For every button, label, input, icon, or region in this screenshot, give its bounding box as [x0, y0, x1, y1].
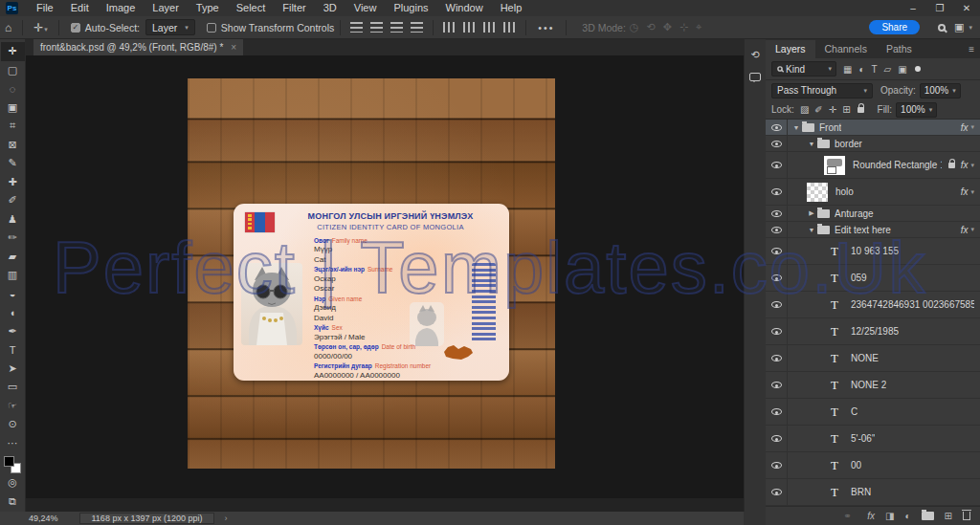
layer-visibility-toggle[interactable]: [766, 426, 788, 451]
pen-tool[interactable]: ✒: [1, 322, 25, 341]
align-bottom-icon[interactable]: [483, 22, 496, 33]
home-icon[interactable]: ⌂: [0, 21, 16, 34]
layer-visibility-toggle[interactable]: [766, 206, 788, 221]
layer-row[interactable]: TNONE 2: [766, 372, 980, 399]
new-group-icon[interactable]: [922, 512, 934, 520]
chevron-down-icon[interactable]: ▾: [970, 123, 974, 131]
layer-row[interactable]: T10 963 155: [766, 238, 980, 265]
group-chevron-icon[interactable]: ▶: [807, 209, 816, 217]
lock-position-icon[interactable]: ✛: [829, 104, 836, 115]
close-tab-icon[interactable]: ×: [231, 42, 236, 53]
shape-tool[interactable]: ▭: [1, 378, 25, 397]
fill-input[interactable]: 100% ▾: [896, 102, 937, 118]
chevron-down-icon[interactable]: ▾: [970, 188, 974, 196]
zoom-level[interactable]: 49,24%: [29, 514, 58, 523]
menu-plugins[interactable]: Plugins: [385, 0, 436, 16]
align-center-v-icon[interactable]: [463, 22, 476, 33]
fx-badge[interactable]: fx: [961, 122, 969, 133]
lock-pixels-icon[interactable]: ✐: [814, 104, 822, 115]
filter-shape-layers-icon[interactable]: ▱: [884, 64, 892, 75]
tab-channels[interactable]: Channels: [815, 40, 877, 58]
layer-row[interactable]: TBRN: [766, 479, 980, 506]
layer-row[interactable]: ▼Frontfx▾: [766, 120, 980, 136]
layer-row[interactable]: TC: [766, 399, 980, 426]
layer-row[interactable]: T00: [766, 452, 980, 479]
chevron-right-icon[interactable]: ›: [224, 514, 227, 523]
menu-window[interactable]: Window: [437, 0, 492, 16]
path-selection-tool[interactable]: ➤: [1, 360, 25, 379]
layer-row[interactable]: ▼Edit text herefx▾: [766, 222, 980, 238]
hand-tool[interactable]: ☞: [1, 397, 25, 416]
menu-3d[interactable]: 3D: [315, 0, 345, 16]
menu-layer[interactable]: Layer: [144, 0, 188, 16]
menu-select[interactable]: Select: [228, 0, 275, 16]
restore-icon[interactable]: ❐: [926, 0, 953, 16]
layer-row[interactable]: TNONE: [766, 345, 980, 372]
lock-all-icon[interactable]: [858, 107, 864, 113]
layer-row[interactable]: T2364742846931 002366758569: [766, 292, 980, 318]
layer-thumbnail[interactable]: [824, 156, 845, 175]
move-tool[interactable]: ✛: [1, 42, 25, 61]
layer-visibility-toggle[interactable]: [766, 179, 788, 205]
quick-mask-icon[interactable]: ◎: [1, 473, 25, 492]
healing-brush-tool[interactable]: ✚: [1, 173, 25, 192]
filter-adjustment-layers-icon[interactable]: ◐: [858, 64, 864, 75]
blend-mode-dropdown[interactable]: Pass Through ▾: [771, 83, 873, 98]
layer-row[interactable]: T5'-06": [766, 426, 980, 452]
tab-paths[interactable]: Paths: [877, 40, 922, 58]
filter-smart-objects-icon[interactable]: ▣: [898, 64, 906, 75]
history-panel-icon[interactable]: ⟲: [750, 49, 759, 61]
group-chevron-icon[interactable]: ▼: [807, 227, 816, 233]
layer-row[interactable]: T12/25/1985: [766, 318, 980, 345]
show-transform-checkbox[interactable]: [207, 23, 216, 33]
group-chevron-icon[interactable]: ▼: [791, 124, 801, 131]
lock-transparency-icon[interactable]: ▨: [800, 104, 809, 115]
history-brush-tool[interactable]: ✏: [1, 229, 25, 248]
share-button[interactable]: Share: [869, 20, 920, 34]
lock-artboard-icon[interactable]: ⊞: [842, 104, 850, 115]
new-layer-icon[interactable]: ⊞: [945, 511, 952, 521]
layer-visibility-toggle[interactable]: [766, 265, 788, 291]
screen-mode-icon[interactable]: ⧉: [1, 492, 25, 512]
layer-visibility-toggle[interactable]: [766, 222, 788, 237]
marquee-tool[interactable]: ▢: [1, 61, 25, 80]
move-tool-icon[interactable]: ✛▾: [29, 21, 53, 34]
group-chevron-icon[interactable]: ▼: [807, 141, 816, 147]
type-tool[interactable]: T: [1, 340, 25, 360]
dodge-tool[interactable]: ◖: [1, 303, 25, 322]
opacity-input[interactable]: 100% ▾: [920, 83, 961, 98]
auto-select-target-dropdown[interactable]: Layer ▾: [145, 19, 195, 35]
kind-filter-dropdown[interactable]: Kind ▾: [771, 61, 836, 77]
edit-toolbar-icon[interactable]: ⋯: [1, 434, 25, 453]
eraser-tool[interactable]: ▰: [1, 248, 25, 267]
object-selection-tool[interactable]: ▣: [1, 98, 25, 118]
menu-edit[interactable]: Edit: [62, 0, 98, 16]
workspace-icon[interactable]: ▣: [954, 21, 964, 33]
clone-stamp-tool[interactable]: ♟: [1, 210, 25, 230]
layer-visibility-toggle[interactable]: [766, 152, 788, 178]
fx-badge[interactable]: fx: [961, 186, 969, 197]
layer-visibility-toggle[interactable]: [766, 238, 788, 264]
layer-visibility-toggle[interactable]: [766, 479, 788, 505]
layer-visibility-toggle[interactable]: [766, 136, 788, 151]
canvas[interactable]: МОНГОЛ УЛСЫН ИРГЭНИЙ ҮНЭМЛЭХ CITIZEN IDE…: [26, 55, 744, 498]
link-layers-icon[interactable]: ⚭: [843, 511, 851, 521]
lasso-tool[interactable]: ◌: [1, 79, 25, 98]
filter-toggle-icon[interactable]: [915, 66, 921, 72]
menu-filter[interactable]: Filter: [274, 0, 314, 16]
align-left-icon[interactable]: [350, 22, 363, 33]
chevron-down-icon[interactable]: ▾: [970, 162, 974, 169]
search-icon[interactable]: [938, 24, 946, 32]
layer-visibility-toggle[interactable]: [766, 452, 788, 478]
frame-tool[interactable]: ⊠: [1, 136, 25, 155]
color-swatches[interactable]: [4, 456, 21, 473]
delete-layer-icon[interactable]: [963, 512, 970, 520]
menu-help[interactable]: Help: [492, 0, 531, 16]
filter-pixel-layers-icon[interactable]: ▦: [843, 64, 852, 75]
layer-row[interactable]: T059: [766, 265, 980, 292]
minimize-icon[interactable]: –: [900, 0, 926, 16]
layer-visibility-toggle[interactable]: [766, 399, 788, 425]
fx-badge[interactable]: fx: [961, 225, 969, 235]
distribute-v-icon[interactable]: [503, 22, 516, 33]
blur-tool[interactable]: ◒: [1, 285, 25, 304]
